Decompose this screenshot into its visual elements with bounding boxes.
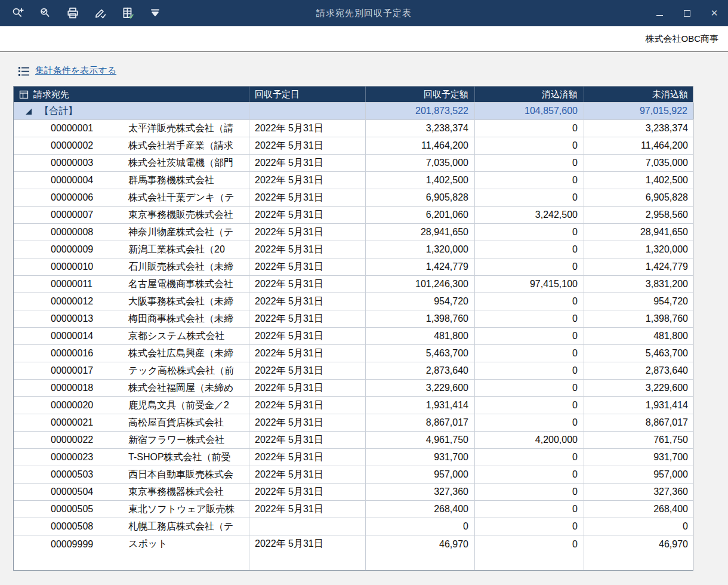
- close-icon: ✕: [711, 8, 718, 19]
- table-row[interactable]: 00000017テック高松株式会社（前2022年 5月31日2,873,6400…: [14, 362, 693, 380]
- layout-icon[interactable]: [19, 90, 29, 99]
- customer-name: スポット: [128, 538, 168, 550]
- amount-unapplied: 5,463,700: [584, 345, 694, 362]
- customer-cell: 00000012大阪事務株式会社（未締: [14, 293, 249, 310]
- due-date: 2022年 5月31日: [249, 224, 366, 241]
- customer-code: 00000003: [51, 158, 128, 168]
- close-button[interactable]: ✕: [701, 0, 728, 26]
- table-row[interactable]: 00000009新潟工業株式会社（202022年 5月31日1,320,0000…: [14, 241, 693, 258]
- list-icon: [18, 66, 30, 76]
- amount-unapplied: 1,931,414: [584, 397, 694, 414]
- due-date: 2022年 5月31日: [249, 310, 366, 327]
- total-scheduled: 201,873,522: [366, 103, 475, 119]
- amount-scheduled: 954,720: [366, 293, 475, 310]
- table-row[interactable]: 00000021高松屋百貨店株式会社2022年 5月31日8,867,01708…: [14, 414, 693, 432]
- amount-unapplied: 954,720: [584, 293, 694, 310]
- header-destination: 請求宛先: [14, 87, 249, 102]
- table-row[interactable]: 00000014京都システム株式会社2022年 5月31日481,8000481…: [14, 328, 693, 345]
- pen-check-icon[interactable]: [92, 5, 109, 21]
- amount-unapplied: 957,000: [584, 466, 694, 483]
- collapse-triangle-icon[interactable]: [26, 109, 32, 115]
- amount-applied: 0: [475, 501, 584, 518]
- table-row[interactable]: 00000503西日本自動車販売株式会2022年 5月31日957,000095…: [14, 466, 693, 484]
- table-row[interactable]: 00000013梅田商事株式会社（未締2022年 5月31日1,398,7600…: [14, 310, 693, 328]
- table-row[interactable]: 00000011名古屋電機商事株式会社2022年 5月31日101,246,30…: [14, 276, 693, 293]
- empty-cell: [475, 553, 584, 570]
- amount-applied: 0: [475, 397, 584, 414]
- customer-name: 東京事務機器株式会社: [128, 486, 224, 498]
- table-header-row: 請求宛先 回収予定日 回収予定額 消込済額 未消込額: [14, 87, 693, 103]
- table-row[interactable]: 00000004群馬事務機株式会社2022年 5月31日1,402,50001,…: [14, 172, 693, 189]
- table-row[interactable]: 00000505東北ソフトウェア販売株2022年 5月31日268,400026…: [14, 501, 693, 518]
- window-title: 請求宛先別回収予定表: [316, 8, 412, 19]
- amount-applied: 0: [475, 466, 584, 483]
- table-row[interactable]: 00000020鹿児島文具（前受金／22022年 5月31日1,931,4140…: [14, 397, 693, 414]
- show-conditions-link[interactable]: 集計条件を表示する: [35, 65, 116, 76]
- table-row[interactable]: 00000002株式会社岩手産業（請求2022年 5月31日11,464,200…: [14, 137, 693, 155]
- empty-row: [14, 553, 693, 570]
- due-date: 2022年 5月31日: [249, 276, 366, 292]
- filter-dropdown-icon[interactable]: [147, 5, 164, 21]
- amount-scheduled: 0: [366, 518, 475, 535]
- customer-code: 00000014: [51, 331, 128, 341]
- amount-scheduled: 327,360: [366, 484, 475, 500]
- maximize-button[interactable]: [673, 0, 701, 26]
- amount-unapplied: 3,238,374: [584, 120, 694, 137]
- customer-name: 新宿フラワー株式会社: [128, 434, 224, 447]
- table-row[interactable]: 00000003株式会社茨城電機（部門2022年 5月31日7,035,0000…: [14, 155, 693, 172]
- table-row[interactable]: 00000508札幌工務店株式会社（テ000: [14, 518, 693, 535]
- table-row[interactable]: 00000016株式会社広島興産（未締2022年 5月31日5,463,7000…: [14, 345, 693, 362]
- due-date: 2022年 5月31日: [249, 155, 366, 171]
- customer-cell: 00000004群馬事務機株式会社: [14, 172, 249, 189]
- due-date: 2022年 5月31日: [249, 137, 366, 154]
- excel-export-icon[interactable]: [119, 5, 136, 21]
- customer-cell: 00009999スポット: [14, 535, 249, 553]
- amount-scheduled: 957,000: [366, 466, 475, 483]
- amount-applied: 0: [475, 518, 584, 535]
- table-row[interactable]: 00000023T-SHOP株式会社（前受2022年 5月31日931,7000…: [14, 449, 693, 466]
- table-row[interactable]: 00000007東京事務機販売株式会社2022年 5月31日6,201,0603…: [14, 207, 693, 224]
- amount-scheduled: 1,398,760: [366, 310, 475, 327]
- amount-applied: 0: [475, 380, 584, 396]
- amount-scheduled: 1,424,779: [366, 258, 475, 275]
- minimize-button[interactable]: [646, 0, 673, 26]
- amount-unapplied: 2,958,560: [584, 207, 694, 223]
- empty-cell: [584, 553, 694, 570]
- customer-code: 00000017: [51, 365, 128, 376]
- customer-cell: 00000016株式会社広島興産（未締: [14, 345, 249, 362]
- due-date: 2022年 5月31日: [249, 466, 366, 483]
- table-row[interactable]: 00000008神奈川物産株式会社（テ2022年 5月31日28,941,650…: [14, 224, 693, 241]
- customer-cell: 00000508札幌工務店株式会社（テ: [14, 518, 249, 535]
- table-row[interactable]: 00000001太平洋販売株式会社（請2022年 5月31日3,238,3740…: [14, 120, 693, 137]
- customer-code: 00000018: [51, 383, 128, 393]
- table-row[interactable]: 00000022新宿フラワー株式会社2022年 5月31日4,961,7504,…: [14, 432, 693, 449]
- customer-cell: 00000022新宿フラワー株式会社: [14, 432, 249, 448]
- customer-cell: 00000018株式会社福岡屋（未締め: [14, 380, 249, 396]
- search-add-icon[interactable]: [10, 5, 26, 21]
- amount-unapplied: 11,464,200: [584, 137, 694, 154]
- amount-unapplied: 761,750: [584, 432, 694, 448]
- table-row[interactable]: 00000006株式会社千葉デンキ（テ2022年 5月31日6,905,8280…: [14, 189, 693, 207]
- amount-applied: 0: [475, 258, 584, 275]
- customer-code: 00000010: [51, 261, 128, 272]
- table-row[interactable]: 00000012大阪事務株式会社（未締2022年 5月31日954,720095…: [14, 293, 693, 310]
- customer-name: 新潟工業株式会社（20: [128, 244, 225, 256]
- amount-scheduled: 5,463,700: [366, 345, 475, 362]
- amount-unapplied: 1,320,000: [584, 241, 694, 258]
- customer-name: T-SHOP株式会社（前受: [128, 451, 231, 464]
- due-date: 2022年 5月31日: [249, 535, 366, 553]
- window-controls: ✕: [646, 0, 728, 26]
- customer-name: 札幌工務店株式会社（テ: [128, 521, 233, 533]
- amount-scheduled: 4,961,750: [366, 432, 475, 448]
- table-row[interactable]: 00000010石川販売株式会社（未締2022年 5月31日1,424,7790…: [14, 258, 693, 276]
- amount-scheduled: 6,201,060: [366, 207, 475, 223]
- table-row[interactable]: 00009999スポット2022年 5月31日46,970046,970: [14, 535, 693, 553]
- search-check-icon[interactable]: [37, 5, 54, 21]
- total-row[interactable]: 【合計】 201,873,522 104,857,600 97,015,922: [14, 103, 693, 120]
- printer-icon[interactable]: [64, 5, 81, 21]
- table-row[interactable]: 00000018株式会社福岡屋（未締め2022年 5月31日3,229,6000…: [14, 380, 693, 397]
- customer-name: 株式会社福岡屋（未締め: [128, 382, 233, 395]
- customer-cell: 00000021高松屋百貨店株式会社: [14, 414, 249, 431]
- table-row[interactable]: 00000504東京事務機器株式会社2022年 5月31日327,3600327…: [14, 484, 693, 501]
- amount-applied: 0: [475, 414, 584, 431]
